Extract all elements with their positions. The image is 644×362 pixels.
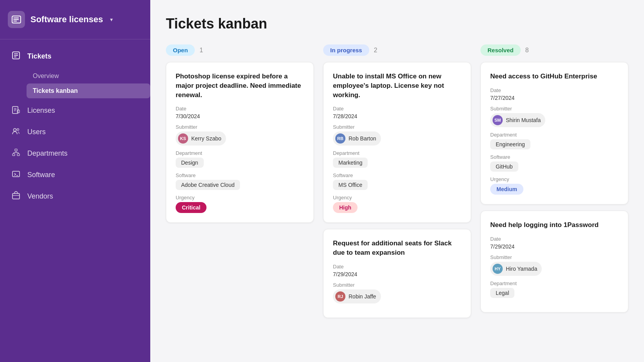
card-date-label-t1: Date bbox=[176, 106, 304, 112]
card-title-t1: Photoshop license expired before a major… bbox=[176, 72, 304, 99]
card-urgency-t4: Medium bbox=[490, 184, 619, 195]
sidebar-header[interactable]: Software licenses ▾ bbox=[0, 0, 150, 39]
svg-rect-19 bbox=[15, 149, 17, 151]
submitter-name-t5: Hiro Yamada bbox=[506, 266, 537, 272]
department-tag-t1: Design bbox=[176, 158, 204, 168]
submitter-chip-t5: HY Hiro Yamada bbox=[490, 262, 542, 276]
card-date-t4: 7/27/2024 bbox=[490, 95, 619, 101]
sidebar-item-tickets-label: Tickets bbox=[27, 52, 52, 60]
sidebar-item-vendors-label: Vendors bbox=[27, 192, 53, 201]
card-date-t5: 7/29/2024 bbox=[490, 243, 619, 250]
status-badge-open: Open bbox=[166, 44, 195, 56]
card-submitter-label-t3: Submitter bbox=[333, 282, 461, 288]
sidebar-item-software-label: Software bbox=[27, 171, 55, 179]
ticket-card-t3[interactable]: Request for additional seats for Slack d… bbox=[323, 229, 471, 318]
svg-rect-20 bbox=[12, 154, 15, 156]
card-title-t4: Need access to GitHub Enterprise bbox=[490, 72, 619, 81]
card-title-t2: Unable to install MS Office on new emplo… bbox=[333, 72, 461, 99]
page-title: Tickets kanban bbox=[166, 16, 628, 32]
software-tag-t4: GitHub bbox=[490, 161, 518, 172]
column-open: Open 1 Photoshop license expired before … bbox=[166, 44, 314, 229]
submitter-name-t1: Kerry Szabo bbox=[191, 135, 221, 142]
column-count-in-progress: 2 bbox=[374, 47, 377, 54]
ticket-card-t4[interactable]: Need access to GitHub Enterprise Date 7/… bbox=[480, 62, 628, 204]
status-badge-resolved: Resolved bbox=[480, 44, 521, 56]
software-icon bbox=[11, 170, 21, 180]
licenses-icon bbox=[11, 105, 21, 116]
ticket-card-t1[interactable]: Photoshop license expired before a major… bbox=[166, 62, 314, 223]
card-urgency-t1: Critical bbox=[176, 202, 304, 213]
tickets-sub-nav: Overview Tickets kanban bbox=[0, 67, 150, 100]
sidebar-nav: Tickets Overview Tickets kanban Licenses bbox=[0, 39, 150, 213]
card-submitter-label-t5: Submitter bbox=[490, 254, 619, 260]
department-tag-t5: Legal bbox=[490, 288, 514, 298]
avatar-t4: SM bbox=[493, 115, 503, 125]
card-software-t4: GitHub bbox=[490, 161, 619, 172]
svg-rect-21 bbox=[17, 154, 20, 156]
submitter-chip-t2: RB Rob Barton bbox=[333, 131, 381, 146]
card-urgency-t2: High bbox=[333, 202, 461, 213]
card-software-t2: MS Office bbox=[333, 180, 461, 190]
submitter-chip-t4: SM Shirin Mustafa bbox=[490, 113, 545, 127]
card-urgency-label-t4: Urgency bbox=[490, 176, 619, 182]
card-date-label-t4: Date bbox=[490, 87, 619, 93]
card-date-t1: 7/30/2024 bbox=[176, 113, 304, 119]
submitter-chip-t1: KS Kerry Szabo bbox=[176, 131, 226, 146]
main-content: Tickets kanban Open 1 Photoshop license … bbox=[150, 0, 644, 362]
tickets-icon bbox=[11, 51, 21, 62]
card-dept-label-t2: Department bbox=[333, 150, 461, 156]
card-software-t1: Adobe Creative Cloud bbox=[176, 180, 304, 190]
card-dept-label-t4: Department bbox=[490, 132, 619, 138]
departments-icon bbox=[11, 148, 21, 159]
department-tag-t2: Marketing bbox=[333, 158, 368, 168]
submitter-chip-t3: RJ Robin Jaffe bbox=[333, 289, 381, 303]
sub-nav-tickets-kanban[interactable]: Tickets kanban bbox=[27, 83, 150, 98]
card-title-t5: Need help logging into 1Password bbox=[490, 220, 619, 230]
sub-nav-overview[interactable]: Overview bbox=[27, 69, 150, 83]
ticket-card-t2[interactable]: Unable to install MS Office on new emplo… bbox=[323, 62, 471, 223]
sidebar-item-licenses[interactable]: Licenses bbox=[0, 100, 150, 121]
card-dept-label-t1: Department bbox=[176, 150, 304, 156]
avatar-t1: KS bbox=[178, 133, 188, 144]
svg-rect-26 bbox=[12, 171, 20, 177]
department-tag-t4: Engineering bbox=[490, 139, 530, 149]
column-header-open: Open 1 bbox=[166, 44, 314, 56]
svg-point-18 bbox=[17, 129, 19, 131]
card-dept-t4: Engineering bbox=[490, 139, 619, 149]
sidebar-item-vendors[interactable]: Vendors bbox=[0, 186, 150, 207]
card-software-label-t4: Software bbox=[490, 154, 619, 160]
column-header-in-progress: In progress 2 bbox=[323, 44, 471, 56]
software-tag-t2: MS Office bbox=[333, 180, 368, 190]
sidebar-item-users[interactable]: Users bbox=[0, 121, 150, 143]
svg-rect-28 bbox=[12, 193, 20, 199]
column-in-progress: In progress 2 Unable to install MS Offic… bbox=[323, 44, 471, 324]
sidebar-item-tickets[interactable]: Tickets bbox=[0, 46, 150, 67]
sidebar-item-departments[interactable]: Departments bbox=[0, 143, 150, 164]
card-date-label-t2: Date bbox=[333, 106, 461, 112]
avatar-t3: RJ bbox=[335, 291, 345, 302]
sidebar-item-users-label: Users bbox=[27, 128, 46, 136]
avatar-t5: HY bbox=[493, 264, 503, 274]
sidebar-item-software[interactable]: Software bbox=[0, 164, 150, 186]
sidebar: Software licenses ▾ Tickets Overview Tic… bbox=[0, 0, 150, 362]
sidebar-item-licenses-label: Licenses bbox=[27, 106, 55, 115]
urgency-badge-t1: Critical bbox=[176, 202, 206, 213]
column-header-resolved: Resolved 8 bbox=[480, 44, 628, 56]
card-submitter-label-t1: Submitter bbox=[176, 124, 304, 130]
column-count-open: 1 bbox=[199, 47, 203, 54]
sidebar-title: Software licenses bbox=[30, 14, 103, 25]
urgency-badge-t2: High bbox=[333, 202, 358, 213]
card-date-t3: 7/29/2024 bbox=[333, 271, 461, 277]
card-dept-t5: Legal bbox=[490, 288, 619, 298]
submitter-name-t3: Robin Jaffe bbox=[349, 293, 376, 300]
users-icon bbox=[11, 127, 21, 137]
card-date-t2: 7/28/2024 bbox=[333, 113, 461, 119]
card-dept-t2: Marketing bbox=[333, 158, 461, 168]
sidebar-logo-icon bbox=[8, 11, 25, 28]
chevron-down-icon: ▾ bbox=[110, 16, 113, 23]
card-dept-label-t5: Department bbox=[490, 280, 619, 286]
column-count-resolved: 8 bbox=[525, 47, 529, 54]
status-badge-in-progress: In progress bbox=[323, 44, 369, 56]
ticket-card-t5[interactable]: Need help logging into 1Password Date 7/… bbox=[480, 211, 628, 312]
card-software-label-t1: Software bbox=[176, 172, 304, 178]
